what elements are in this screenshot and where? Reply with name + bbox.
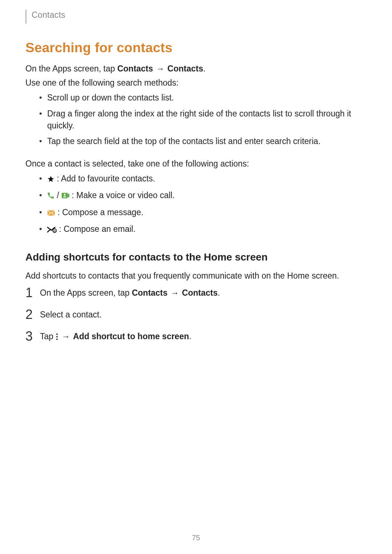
step-1-bold2: Contacts: [182, 288, 217, 297]
page-header: Contacts: [25, 9, 367, 24]
page: Contacts Searching for contacts On the A…: [0, 0, 392, 554]
intro-line-1-bold2: Contacts: [167, 64, 203, 73]
step-1-post: .: [218, 288, 220, 297]
video-call-icon: [61, 190, 69, 202]
step-1-pre: On the Apps screen, tap: [40, 288, 132, 297]
intro-line-1-pre: On the Apps screen, tap: [25, 64, 117, 73]
step-2: Select a contact.: [25, 309, 367, 331]
step-3: Tap → Add shortcut to home screen.: [25, 331, 367, 352]
intro-line-2: Use one of the following search methods:: [25, 77, 367, 89]
message-icon: [47, 208, 55, 219]
step-1-bold1: Contacts: [132, 288, 167, 297]
page-title: Searching for contacts: [25, 38, 367, 58]
list-item: Drag a finger along the index at the rig…: [39, 108, 367, 136]
steps-list: On the Apps screen, tap Contacts → Conta…: [25, 287, 367, 352]
intro-line-1-bold1: Contacts: [117, 64, 153, 73]
action-text: : Compose an email.: [57, 224, 135, 234]
search-methods-list: Scroll up or down the contacts list. Dra…: [25, 92, 367, 151]
step-1: On the Apps screen, tap Contacts → Conta…: [25, 287, 367, 309]
star-icon: [47, 174, 54, 186]
section-breadcrumb: Contacts: [32, 9, 65, 21]
email-icon: @: [47, 224, 57, 236]
list-item: Scroll up or down the contacts list.: [39, 92, 367, 107]
svg-point-1: [64, 194, 66, 196]
subheading: Adding shortcuts for contacts to the Hom…: [25, 250, 367, 265]
slash: /: [57, 190, 61, 200]
arrow-icon: →: [58, 332, 73, 341]
svg-point-5: [56, 333, 58, 335]
svg-point-7: [56, 338, 58, 340]
subheading-para: Add shortcuts to contacts that you frequ…: [25, 270, 367, 282]
step-3-bold: Add shortcut to home screen: [73, 332, 189, 341]
arrow-icon: →: [153, 64, 168, 73]
action-text: : Compose a message.: [55, 208, 143, 217]
list-item: Tap the search field at the top of the c…: [39, 135, 367, 151]
svg-point-6: [56, 336, 58, 337]
intro-line-1-post: .: [203, 64, 205, 73]
svg-text:@: @: [53, 229, 56, 233]
page-number: 75: [25, 533, 367, 543]
action-text: : Add to favourite contacts.: [54, 174, 155, 183]
actions-list: : Add to favourite contacts. / : Make a …: [25, 173, 367, 240]
list-item: : Compose a message.: [39, 206, 367, 223]
phone-icon: [47, 190, 54, 202]
step-3-pre: Tap: [40, 332, 56, 341]
arrow-icon: →: [168, 288, 182, 297]
actions-intro: Once a contact is selected, take one of …: [25, 158, 367, 170]
step-3-post: .: [189, 332, 191, 341]
intro-line-1: On the Apps screen, tap Contacts → Conta…: [25, 63, 367, 75]
action-text: : Make a voice or video call.: [69, 190, 175, 200]
header-rule: [25, 10, 26, 24]
list-item: @ : Compose an email.: [39, 223, 367, 240]
list-item: / : Make a voice or video call.: [39, 189, 367, 206]
list-item: : Add to favourite contacts.: [39, 173, 367, 189]
